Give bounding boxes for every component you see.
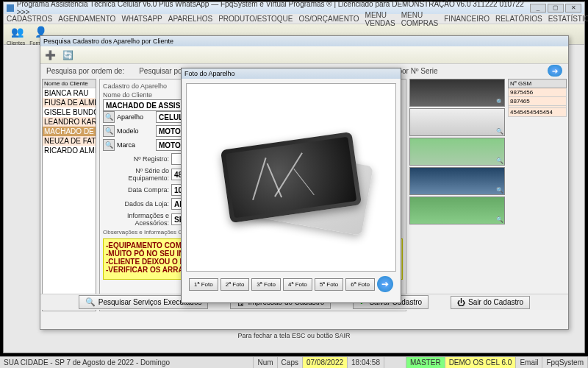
- acess-label: Informações e Acessórios:: [103, 212, 169, 227]
- lookup-marca-icon[interactable]: 🔍: [103, 139, 115, 151]
- search-title: Pesquisa Cadastro dos Aparelho por Clien…: [40, 36, 568, 46]
- foto-5-button[interactable]: 5ª Foto: [315, 278, 344, 291]
- status-city: SUA CIDADE - SP 7 de Agosto de 2022 - Do…: [0, 357, 254, 368]
- list-item[interactable]: NEUZA DE FATIM: [43, 136, 96, 146]
- foto-2-button[interactable]: 2ª Foto: [220, 278, 250, 291]
- menu-produto[interactable]: PRODUTO/ESTOQUE: [218, 15, 293, 23]
- menu-cadastros[interactable]: CADASTROS: [7, 15, 52, 23]
- status-master: MASTER: [406, 357, 445, 368]
- search-go-icon[interactable]: ➔: [548, 65, 562, 77]
- refresh-icon[interactable]: 🔄: [61, 49, 74, 62]
- list-item[interactable]: FIUSA DE ALMEID: [43, 98, 96, 107]
- window-title: Programa Assistência Técnica Celular v6.…: [17, 0, 530, 16]
- client-list[interactable]: Nome do Cliente BIANCA RAU FIUSA DE ALME…: [42, 79, 96, 311]
- menu-relatorios[interactable]: RELATÓRIOS: [495, 15, 542, 23]
- data-label: Data Compra:: [103, 186, 169, 194]
- photo-thumb-4[interactable]: [409, 167, 505, 195]
- menu-financeiro[interactable]: FINANCEIRO: [444, 15, 490, 23]
- app-icon: [7, 4, 14, 12]
- menu-compras[interactable]: MENU COMPRAS: [401, 11, 439, 27]
- menu-vendas[interactable]: MENU VENDAS: [365, 11, 395, 27]
- photo-frame: [186, 83, 396, 272]
- registro-label: Nº Registro:: [103, 155, 169, 163]
- foto-3-button[interactable]: 3ª Foto: [251, 278, 281, 291]
- new-icon[interactable]: ➕: [43, 49, 57, 62]
- menu-os[interactable]: OS/ORÇAMENTO: [299, 15, 359, 23]
- status-caps: Caps: [278, 357, 303, 368]
- close-button[interactable]: ✕: [565, 4, 581, 13]
- photo-thumb-1[interactable]: [409, 79, 505, 107]
- client-list-header: Nome do Cliente: [43, 79, 96, 88]
- list-item-selected[interactable]: MACHADO DE A: [43, 127, 96, 136]
- device-image: [203, 118, 379, 236]
- menu-aparelhos[interactable]: APARELHOS: [168, 15, 212, 23]
- list-item[interactable]: GISELE BUNDCHE: [43, 107, 96, 117]
- gsm-header: Nº GSM: [508, 79, 567, 88]
- photo-thumb-3[interactable]: [409, 138, 505, 166]
- foto-6-button[interactable]: 6ª Foto: [345, 278, 375, 291]
- menu-whatsapp[interactable]: WHATSAPP: [121, 15, 162, 23]
- serie-label: Nº Série do Equipamento:: [103, 167, 169, 182]
- gsm-cell[interactable]: 887465: [508, 97, 567, 106]
- status-num: Num: [254, 357, 277, 368]
- list-item[interactable]: LEANDRO KARNA: [43, 117, 96, 127]
- menu-agendamento[interactable]: AGENDAMENTO: [58, 15, 115, 23]
- status-time: 18:04:58: [348, 357, 384, 368]
- aparelho-label: Aparelho: [117, 113, 154, 121]
- exit-icon: ⏻: [457, 298, 465, 307]
- status-date: 07/08/2022: [303, 357, 348, 368]
- lookup-aparelho-icon[interactable]: 🔍: [103, 111, 115, 123]
- modelo-label: Modelo: [117, 127, 154, 135]
- list-item[interactable]: BIANCA RAU: [43, 88, 96, 98]
- sair-button[interactable]: ⏻Sair do Cadastro: [451, 296, 530, 309]
- gsm-column: Nº GSM 9875456 887465 4545454545454: [508, 79, 567, 311]
- next-photo-icon[interactable]: ➔: [377, 276, 393, 292]
- gsm-cell[interactable]: 9875456: [508, 88, 567, 97]
- statusbar: SUA CIDADE - SP 7 de Agosto de 2022 - Do…: [0, 356, 588, 368]
- photo-dialog-title: Foto do Aparelho: [182, 68, 401, 79]
- status-email[interactable]: Email: [516, 357, 542, 368]
- loja-label: Dados da Loja:: [103, 200, 169, 208]
- marca-label: Marca: [117, 141, 154, 149]
- foto-4-button[interactable]: 4ª Foto: [283, 278, 312, 291]
- maximize-button[interactable]: ▢: [548, 4, 564, 13]
- photo-thumb-2[interactable]: [409, 108, 505, 136]
- search-icon: 🔍: [85, 297, 96, 307]
- status-sys[interactable]: FpqSystem: [542, 357, 588, 368]
- photo-dialog: Foto do Aparelho 1ª Foto 2ª Foto 3ª Foto…: [181, 68, 401, 303]
- footer-hint: Para fechar a tela ESC ou botão SAIR: [4, 332, 584, 339]
- thumb-strip: [409, 79, 505, 311]
- lookup-modelo-icon[interactable]: 🔍: [103, 125, 115, 137]
- filter-ordem: Pesquisa por ordem de:: [46, 67, 124, 75]
- status-demo: DEMO OS CEL 6.0: [445, 357, 517, 368]
- list-item[interactable]: RICARDO ALMEID: [43, 146, 96, 155]
- search-toolbar: ➕ 🔄: [40, 46, 568, 64]
- foto-1-button[interactable]: 1ª Foto: [189, 278, 218, 291]
- gsm-cell[interactable]: 4545454545454: [508, 108, 567, 117]
- photo-thumb-5[interactable]: [409, 197, 505, 224]
- menu-estatistica[interactable]: ESTATÍSTICA: [548, 15, 588, 23]
- clientes-icon[interactable]: 👥: [9, 23, 26, 40]
- titlebar: Programa Assistência Técnica Celular v6.…: [4, 2, 584, 14]
- minimize-button[interactable]: _: [530, 4, 546, 13]
